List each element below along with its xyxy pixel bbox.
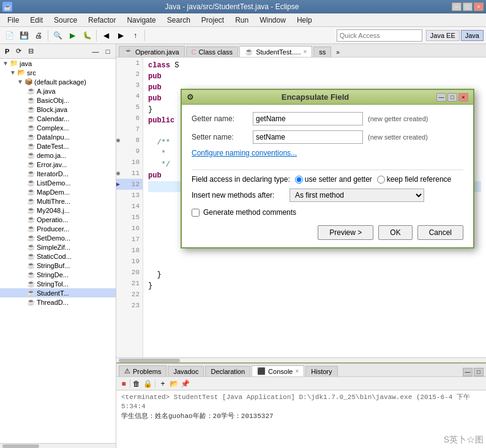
editor-hscroll[interactable]	[116, 357, 486, 362]
bottom-panel-minimize[interactable]: —	[463, 368, 473, 376]
console-scroll-lock-btn[interactable]: 🔒	[143, 379, 152, 389]
preview-button[interactable]: Preview >	[318, 225, 373, 240]
tree-file-19[interactable]: ☕ StringBuf...	[0, 261, 116, 270]
tree-file-21[interactable]: ☕ StringTol...	[0, 279, 116, 288]
radio-keep-label[interactable]: keep field reference	[377, 175, 451, 184]
console-open-btn[interactable]: 📂	[169, 379, 179, 389]
tree-file-4[interactable]: ☕ Complex...	[0, 123, 116, 132]
tree-file-9[interactable]: ☕ IteratorD...	[0, 169, 116, 178]
tree-file-23[interactable]: ☕ ThreadD...	[0, 297, 116, 307]
bottom-tab-problems[interactable]: ⚠ Problems	[119, 365, 166, 376]
dialog-maximize-btn[interactable]: □	[447, 93, 457, 102]
menu-search[interactable]: Search	[162, 15, 195, 26]
menu-help[interactable]: Help	[292, 15, 317, 26]
tree-file-8[interactable]: ☕ Error.jav...	[0, 160, 116, 169]
new-button[interactable]: 📄	[2, 29, 16, 42]
bottom-panel-maximize[interactable]: □	[474, 368, 484, 376]
bottom-tab-javadoc[interactable]: Javadoc	[168, 366, 204, 376]
editor-tab-2[interactable]: ☕ StudentTest..... ×	[239, 46, 312, 57]
tree-file-1[interactable]: ☕ BasicObj...	[0, 95, 116, 105]
debug-button[interactable]: 🐛	[80, 29, 94, 42]
tree-file-0[interactable]: ☕ A.java	[0, 86, 116, 95]
setter-name-input[interactable]	[253, 130, 363, 144]
tree-toggle-java[interactable]: ▼	[2, 60, 10, 67]
tree-toggle-src[interactable]: ▼	[10, 69, 17, 76]
tree-file-14[interactable]: ☕ Operatio...	[0, 215, 116, 224]
java-perspective[interactable]: Java	[461, 30, 484, 41]
tree-src[interactable]: ▼ 📂 src	[0, 68, 116, 77]
tree-file-17[interactable]: ☕ SimpleZif...	[0, 242, 116, 252]
menu-project[interactable]: Project	[196, 15, 229, 26]
dialog-close-btn[interactable]: ×	[458, 93, 468, 102]
generate-comments-checkbox[interactable]	[192, 209, 200, 217]
cancel-button[interactable]: Cancel	[417, 225, 463, 240]
tree-file-18[interactable]: ☕ StaticCod...	[0, 252, 116, 261]
editor-tab-0[interactable]: ☕ Operation.java	[119, 46, 185, 57]
generate-comments-label[interactable]: Generate method comments	[203, 208, 296, 217]
java-ee-perspective[interactable]: Java EE	[426, 30, 460, 41]
getter-name-input[interactable]	[253, 112, 363, 125]
editor-tab-3[interactable]: ss	[313, 47, 331, 57]
menu-navigate[interactable]: Navigate	[122, 15, 160, 26]
tree-default-package[interactable]: ▼ 📦 (default package)	[0, 77, 116, 86]
sidebar-sync-btn[interactable]: ⟳	[13, 46, 24, 57]
minimize-button[interactable]: –	[452, 2, 462, 11]
tree-file-22[interactable]: ☕ StudentT...	[0, 288, 116, 297]
ok-button[interactable]: OK	[378, 225, 412, 240]
radio-setter-getter[interactable]	[295, 176, 303, 184]
next-button[interactable]: ▶	[114, 29, 127, 42]
bottom-tab-history[interactable]: History	[305, 366, 337, 376]
save-button[interactable]: 💾	[17, 29, 31, 42]
menu-source[interactable]: Source	[49, 15, 82, 26]
line-num-5: 5	[125, 103, 140, 111]
tree-file-10[interactable]: ☕ ListDemo...	[0, 178, 116, 187]
up-button[interactable]: ↑	[129, 29, 142, 42]
tree-file-2[interactable]: ☕ Block.java	[0, 105, 116, 114]
prev-button[interactable]: ◀	[99, 29, 113, 42]
menu-file[interactable]: File	[2, 15, 24, 26]
tree-toggle-pkg[interactable]: ▼	[17, 78, 24, 85]
bottom-tab-declaration[interactable]: Declaration	[205, 366, 250, 376]
tab-close-2[interactable]: ×	[304, 48, 307, 55]
bottom-tab-console[interactable]: ⬛ Console ×	[252, 365, 304, 376]
tree-file-7[interactable]: ☕ demo.ja...	[0, 151, 116, 160]
sidebar-maximize-btn[interactable]: □	[102, 46, 113, 57]
print-button[interactable]: 🖨	[32, 29, 45, 42]
quick-access-input[interactable]	[337, 29, 422, 42]
tree-file-15[interactable]: ☕ Producer...	[0, 224, 116, 233]
dialog-minimize-btn[interactable]: —	[436, 93, 446, 102]
console-clear-btn[interactable]: 🗑	[132, 379, 141, 389]
tree-file-6[interactable]: ☕ DateTest...	[0, 141, 116, 151]
tree-file-20[interactable]: ☕ StringDe...	[0, 270, 116, 279]
bottom-panel: ⚠ Problems Javadoc Declaration ⬛ Console…	[116, 362, 486, 448]
menu-edit[interactable]: Edit	[25, 15, 48, 26]
tree-file-11[interactable]: ☕ MapDem...	[0, 187, 116, 196]
menu-run[interactable]: Run	[230, 15, 253, 26]
maximize-button[interactable]: □	[463, 2, 473, 11]
tree-file-5[interactable]: ☕ DataInpu...	[0, 132, 116, 141]
radio-setter-label[interactable]: use setter and getter	[295, 175, 372, 184]
sidebar-hscroll[interactable]	[0, 443, 116, 448]
console-terminate-btn[interactable]: ■	[119, 379, 129, 389]
editor-tab-1[interactable]: C Class class	[186, 47, 239, 57]
run-button[interactable]: ▶	[65, 29, 79, 42]
close-button[interactable]: ×	[474, 2, 484, 11]
tree-java-root[interactable]: ▼ 📁 java	[0, 59, 116, 68]
console-tab-close[interactable]: ×	[295, 368, 299, 375]
radio-keep-reference[interactable]	[377, 176, 385, 184]
tree-file-12[interactable]: ☕ MultiThre...	[0, 196, 116, 206]
insert-methods-select[interactable]: As first method After existing methods	[290, 189, 424, 202]
menu-window[interactable]: Window	[255, 15, 291, 26]
menu-refactor[interactable]: Refactor	[83, 15, 121, 26]
console-new-btn[interactable]: +	[158, 379, 168, 389]
tree-file-16[interactable]: ☕ SetDemo...	[0, 233, 116, 242]
tree-file-3[interactable]: ☕ Calendar...	[0, 114, 116, 123]
sidebar-collapse-btn[interactable]: ⊟	[25, 46, 36, 57]
console-pin-btn[interactable]: 📌	[180, 379, 190, 389]
sidebar-minimize-btn[interactable]: —	[90, 46, 101, 57]
line-row-13: 13	[116, 190, 143, 201]
tree-file-13[interactable]: ☕ My2048.j...	[0, 206, 116, 215]
search-button[interactable]: 🔍	[51, 29, 64, 42]
config-naming-link[interactable]: Configure naming conventions...	[192, 149, 297, 157]
editor-tab-more[interactable]: »	[334, 48, 342, 57]
